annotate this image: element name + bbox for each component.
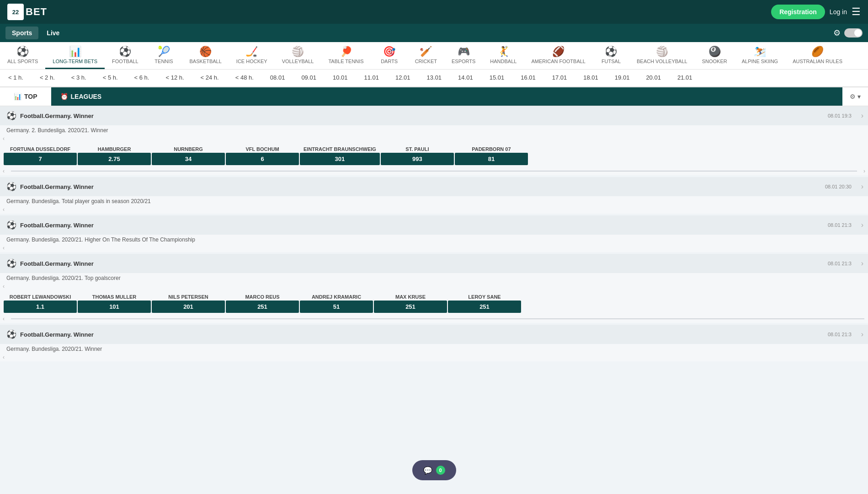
sport-item-snooker[interactable]: 🎱 SNOOKER bbox=[695, 42, 735, 69]
filter-icon[interactable]: ⚙ bbox=[833, 28, 841, 38]
odds-cell-3-1[interactable]: THOMAS MULLER 101 bbox=[78, 292, 151, 313]
date-filter-1501[interactable]: 15.01 bbox=[481, 70, 513, 86]
login-button[interactable]: Log in bbox=[830, 8, 847, 16]
sport-item-long-term-bets[interactable]: 📊 LONG-TERM BETS bbox=[45, 42, 105, 69]
nav-tab-sports[interactable]: Sports bbox=[5, 27, 38, 39]
date-filter-1101[interactable]: 11.01 bbox=[356, 70, 387, 86]
nav-bar: Sports Live ⚙ bbox=[0, 24, 868, 42]
odds-cell-0-3[interactable]: VFL BOCHUM 6 bbox=[226, 145, 299, 165]
odds-value-3-6[interactable]: 251 bbox=[448, 301, 521, 313]
sport-item-volleyball[interactable]: 🏐 VOLLEYBALL bbox=[275, 42, 321, 69]
odds-value-0-1[interactable]: 2.75 bbox=[78, 153, 151, 165]
date-filter-1001[interactable]: 10.01 bbox=[325, 70, 356, 86]
odds-cell-0-2[interactable]: NURNBERG 34 bbox=[152, 145, 225, 165]
date-filter-1701[interactable]: 17.01 bbox=[544, 70, 575, 86]
sport-item-alpine-skiing[interactable]: ⛷️ ALPINE SKIING bbox=[735, 42, 785, 69]
sport-item-all-sports[interactable]: ⚽ ALL SPORTS bbox=[0, 42, 45, 69]
beach-volleyball-icon: 🏐 bbox=[656, 46, 668, 58]
sport-item-beach-volleyball[interactable]: 🏐 BEACH VOLLEYBALL bbox=[629, 42, 695, 69]
date-filter-1201[interactable]: 12.01 bbox=[387, 70, 419, 86]
scroll-left-1[interactable]: ‹ bbox=[0, 206, 7, 213]
scroll-indicator-2: ‹ bbox=[0, 244, 868, 252]
odds-row-0: FORTUNA DUSSELDORF 7 HAMBURGER 2.75 NURN… bbox=[0, 143, 868, 167]
scroll-left-2[interactable]: ‹ bbox=[0, 245, 7, 251]
date-filter-1h[interactable]: < 1 h. bbox=[0, 70, 32, 86]
date-filter-2h[interactable]: < 2 h. bbox=[32, 70, 63, 86]
esports-icon: 🎮 bbox=[458, 46, 470, 58]
odds-value-0-2[interactable]: 34 bbox=[152, 153, 225, 165]
sport-item-handball[interactable]: 🤾 HANDBALL bbox=[483, 42, 524, 69]
scroll-left-b-3[interactable]: ‹ bbox=[0, 316, 7, 322]
sport-item-cricket[interactable]: 🏏 CRICKET bbox=[408, 42, 444, 69]
esports-label: ESPORTS bbox=[452, 59, 475, 64]
sport-item-american-football[interactable]: 🏈 AMERICAN FOOTBALL bbox=[524, 42, 593, 69]
odds-cell-0-4[interactable]: EINTRACHT BRAUNSCHWEIG 301 bbox=[300, 145, 380, 165]
sport-item-basketball[interactable]: 🏀 BASKETBALL bbox=[182, 42, 229, 69]
odds-value-3-3[interactable]: 251 bbox=[226, 301, 299, 313]
odds-value-3-2[interactable]: 201 bbox=[152, 301, 225, 313]
date-filter-bar: < 1 h. < 2 h. < 3 h. < 5 h. < 6 h. < 12 … bbox=[0, 70, 868, 87]
sport-item-futsal[interactable]: ⚽ FUTSAL bbox=[593, 42, 629, 69]
odds-value-3-1[interactable]: 101 bbox=[78, 301, 151, 313]
hamburger-menu-button[interactable]: ☰ bbox=[852, 6, 861, 18]
date-filter-0801[interactable]: 08.01 bbox=[262, 70, 293, 86]
odds-value-3-0[interactable]: 1.1 bbox=[4, 301, 77, 313]
odds-cell-0-6[interactable]: PADERBORN 07 81 bbox=[455, 145, 528, 165]
odds-cell-0-1[interactable]: HAMBURGER 2.75 bbox=[78, 145, 151, 165]
odds-value-0-5[interactable]: 993 bbox=[381, 153, 454, 165]
toggle-thumb bbox=[854, 29, 862, 37]
odds-cell-3-4[interactable]: ANDREJ KRAMARIC 51 bbox=[300, 292, 373, 313]
registration-button[interactable]: Registration bbox=[771, 5, 825, 19]
odds-cell-3-6[interactable]: LEROY SANE 251 bbox=[448, 292, 521, 313]
date-filter-3h[interactable]: < 3 h. bbox=[63, 70, 95, 86]
date-filter-6h[interactable]: < 6 h. bbox=[126, 70, 158, 86]
date-filter-1401[interactable]: 14.01 bbox=[450, 70, 481, 86]
australian-rules-label: AUSTRALIAN RULES bbox=[793, 59, 842, 64]
bet-section-1: ⚽ Football.Germany. Winner 08.01 20:30 ›… bbox=[0, 177, 868, 214]
odds-team-3-1: THOMAS MULLER bbox=[89, 292, 140, 301]
date-filter-2101[interactable]: 21.01 bbox=[669, 70, 701, 86]
sport-item-esports[interactable]: 🎮 ESPORTS bbox=[444, 42, 483, 69]
scroll-left-4[interactable]: ‹ bbox=[0, 354, 7, 360]
date-filter-48h[interactable]: < 48 h. bbox=[227, 70, 262, 86]
date-filter-1301[interactable]: 13.01 bbox=[419, 70, 450, 86]
nav-tab-live[interactable]: Live bbox=[40, 27, 66, 39]
date-filter-1801[interactable]: 18.01 bbox=[575, 70, 607, 86]
top-button[interactable]: 📊 TOP bbox=[0, 87, 51, 106]
odds-cell-3-3[interactable]: MARCO REUS 251 bbox=[226, 292, 299, 313]
theme-toggle[interactable] bbox=[844, 28, 863, 38]
date-filter-5h[interactable]: < 5 h. bbox=[95, 70, 126, 86]
scroll-left-0[interactable]: ‹ bbox=[0, 135, 7, 142]
date-filter-24h[interactable]: < 24 h. bbox=[192, 70, 227, 86]
sport-item-ice-hockey[interactable]: 🏒 ICE HOCKEY bbox=[229, 42, 275, 69]
date-filter-1601[interactable]: 16.01 bbox=[512, 70, 544, 86]
settings-button[interactable]: ⚙ ▾ bbox=[842, 87, 868, 106]
odds-cell-0-0[interactable]: FORTUNA DUSSELDORF 7 bbox=[4, 145, 77, 165]
odds-value-0-6[interactable]: 81 bbox=[455, 153, 528, 165]
date-filter-12h[interactable]: < 12 h. bbox=[157, 70, 192, 86]
sport-item-football[interactable]: ⚽ FOOTBALL bbox=[105, 42, 145, 69]
ice-hockey-icon: 🏒 bbox=[245, 46, 258, 58]
sport-item-table-tennis[interactable]: 🏓 TABLE TENNIS bbox=[321, 42, 371, 69]
odds-cell-3-0[interactable]: ROBERT LEWANDOWSKI 1.1 bbox=[4, 292, 77, 313]
odds-value-0-0[interactable]: 7 bbox=[4, 153, 77, 165]
sport-item-darts[interactable]: 🎯 DARTS bbox=[371, 42, 408, 69]
sport-item-tennis[interactable]: 🎾 TENNIS bbox=[146, 42, 182, 69]
odds-value-3-5[interactable]: 251 bbox=[374, 301, 447, 313]
bet-section-header-4: ⚽ Football.Germany. Winner 08.01 21:3 › bbox=[0, 325, 868, 344]
date-filter-0901[interactable]: 09.01 bbox=[293, 70, 325, 86]
odds-value-0-3[interactable]: 6 bbox=[226, 153, 299, 165]
odds-cell-3-5[interactable]: MAX KRUSE 251 bbox=[374, 292, 447, 313]
logo-text: BET bbox=[26, 6, 47, 18]
leagues-button[interactable]: ⏰ LEAGUES bbox=[51, 87, 842, 106]
odds-value-0-4[interactable]: 301 bbox=[300, 153, 380, 165]
odds-cell-3-2[interactable]: NILS PETERSEN 201 bbox=[152, 292, 225, 313]
odds-value-3-4[interactable]: 51 bbox=[300, 301, 373, 313]
date-filter-1901[interactable]: 19.01 bbox=[607, 70, 638, 86]
sport-item-australian-rules[interactable]: 🏉 AUSTRALIAN RULES bbox=[785, 42, 850, 69]
date-filter-2001[interactable]: 20.01 bbox=[638, 70, 669, 86]
scroll-left-b-0[interactable]: ‹ bbox=[0, 168, 7, 174]
odds-cell-0-5[interactable]: ST. PAULI 993 bbox=[381, 145, 454, 165]
scroll-right-b-0[interactable]: › bbox=[861, 168, 868, 174]
scroll-left-3[interactable]: ‹ bbox=[0, 283, 7, 290]
